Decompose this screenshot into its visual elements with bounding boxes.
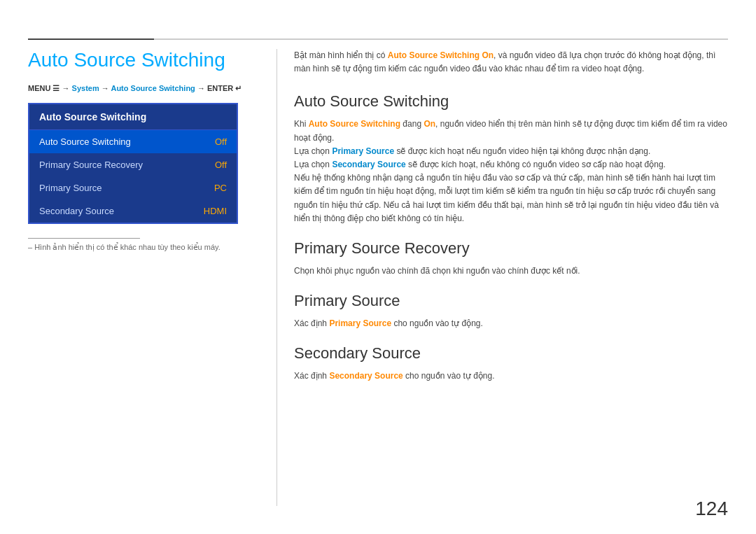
footnote-divider <box>28 238 140 239</box>
intro-text: Bật màn hình hiển thị có Auto Source Swi… <box>294 49 728 76</box>
footnote: – Hình ảnh hiển thị có thể khác nhau tùy… <box>28 243 266 252</box>
menu-item-secondary-source[interactable]: Secondary Source HDMI <box>29 199 237 223</box>
panel-divider <box>276 49 277 506</box>
right-panel: Bật màn hình hiển thị có Auto Source Swi… <box>294 49 728 397</box>
menu-path-prefix: MENU <box>28 84 52 92</box>
menu-item-primary-recovery[interactable]: Primary Source Recovery Off <box>29 153 237 176</box>
menu-path-arrow2: → <box>102 84 111 92</box>
menu-item-auto-source[interactable]: Auto Source Switching Off <box>29 130 237 153</box>
menu-item-primary-recovery-value: Off <box>215 160 227 170</box>
section-primary-recovery-text: Chọn khôi phục nguồn vào chính đã chọn k… <box>294 265 728 278</box>
menu-item-auto-source-value: Off <box>215 136 227 147</box>
section-auto-source-text: Khi Auto Source Switching đang On, nguồn… <box>294 118 728 225</box>
section-primary-source-text: Xác định Primary Source cho nguồn vào tự… <box>294 317 728 330</box>
menu-box-title: Auto Source Switching <box>29 104 237 130</box>
enter-icon: ↵ <box>235 84 241 92</box>
menu-icon: ☰ <box>52 84 59 92</box>
menu-item-primary-source-value: PC <box>214 183 227 193</box>
menu-path-system: System <box>72 84 99 92</box>
menu-item-primary-source-label: Primary Source <box>39 183 102 193</box>
section-title-primary-source: Primary Source <box>294 292 728 310</box>
menu-item-secondary-source-label: Secondary Source <box>39 206 114 216</box>
menu-path-highlight: Auto Source Switching <box>111 84 195 92</box>
menu-path: MENU ☰ → System → Auto Source Switching … <box>28 84 266 93</box>
left-panel: Auto Source Switching MENU ☰ → System → … <box>28 49 266 252</box>
page-number: 124 <box>695 498 728 520</box>
section-title-secondary-source: Secondary Source <box>294 344 728 363</box>
menu-path-arrow1: → <box>62 84 72 92</box>
menu-path-arrow3: → ENTER <box>197 84 235 92</box>
menu-item-primary-source[interactable]: Primary Source PC <box>29 176 237 199</box>
menu-item-secondary-source-value: HDMI <box>204 206 227 216</box>
intro-highlight: Auto Source Switching On <box>388 50 493 60</box>
page-title: Auto Source Switching <box>28 49 266 71</box>
menu-box: Auto Source Switching Auto Source Switch… <box>28 103 238 224</box>
menu-item-primary-recovery-label: Primary Source Recovery <box>39 160 143 170</box>
section-title-primary-recovery: Primary Source Recovery <box>294 239 728 258</box>
section-title-auto-source: Auto Source Switching <box>294 92 728 111</box>
section-secondary-source-text: Xác định Secondary Source cho nguồn vào … <box>294 370 728 383</box>
top-divider <box>28 38 728 40</box>
menu-item-auto-source-label: Auto Source Switching <box>39 136 131 147</box>
